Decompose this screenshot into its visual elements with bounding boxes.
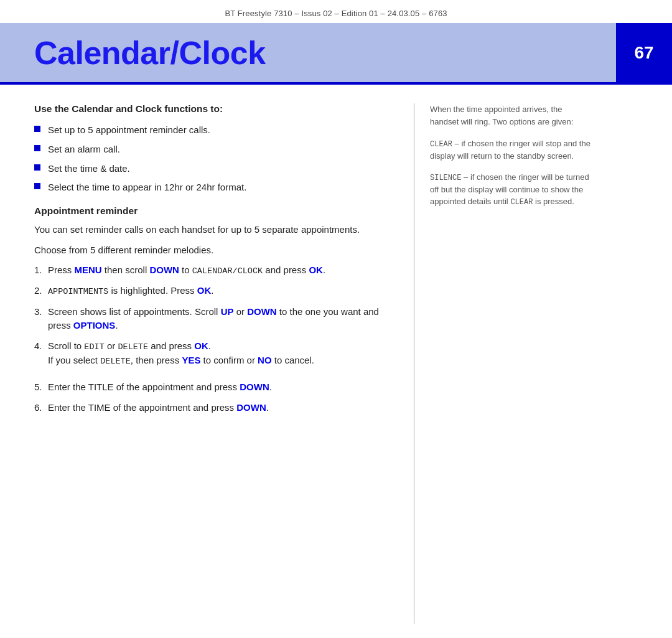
step-2: 2. APPOINTMENTS is highlighted. Press OK…: [34, 284, 392, 298]
right-column: When the time appointed arrives, the han…: [418, 103, 610, 624]
clear-section: CLEAR – if chosen the ringer will stop a…: [430, 138, 592, 162]
bullet-square-4: [34, 183, 40, 189]
appt-heading: Appointment reminder: [34, 205, 392, 217]
right-intro: When the time appointed arrives, the han…: [430, 103, 592, 128]
step-1: 1. Press MENU then scroll DOWN to CALEND…: [34, 263, 392, 278]
main-content: Use the Calendar and Clock functions to:…: [0, 85, 672, 636]
step-1-num: 1.: [34, 263, 48, 278]
step-5-num: 5.: [34, 380, 48, 395]
step-1-text: Press MENU then scroll DOWN to CALENDAR/…: [48, 263, 392, 278]
bullet-text-2: Set an alarm call.: [48, 143, 120, 156]
bullet-item-1: Set up to 5 appointment reminder calls.: [34, 123, 392, 137]
page-meta: BT Freestyle 7310 – Issus 02 – Edition 0…: [0, 0, 672, 23]
column-divider: [414, 103, 414, 624]
para-1: You can set reminder calls on each hands…: [34, 223, 392, 237]
intro-heading: Use the Calendar and Clock functions to:: [34, 103, 392, 115]
step-6-num: 6.: [34, 401, 48, 415]
page-number-box: 67: [616, 23, 672, 82]
bullet-text-1: Set up to 5 appointment reminder calls.: [48, 123, 210, 137]
step-6-text: Enter the TIME of the appointment and pr…: [48, 401, 392, 415]
bullet-list: Set up to 5 appointment reminder calls. …: [34, 123, 392, 194]
step-4-text: Scroll to EDIT or DELETE and press OK.: [48, 339, 392, 354]
bullet-square-1: [34, 126, 40, 132]
bullet-square-3: [34, 164, 40, 171]
page-number: 67: [634, 43, 653, 63]
left-column: Use the Calendar and Clock functions to:…: [0, 103, 411, 624]
meta-text: BT Freestyle 7310 – Issus 02 – Edition 0…: [225, 9, 447, 18]
header-bar: Calendar/Clock 67: [0, 23, 672, 82]
step-4: 4. Scroll to EDIT or DELETE and press OK…: [34, 339, 392, 375]
step-6: 6. Enter the TIME of the appointment and…: [34, 401, 392, 415]
step-3: 3. Screen shows list of appointments. Sc…: [34, 305, 392, 333]
step-3-num: 3.: [34, 305, 48, 319]
bullet-item-3: Set the time & date.: [34, 162, 392, 176]
step-5-text: Enter the TITLE of the appointment and p…: [48, 380, 392, 395]
step-3-text: Screen shows list of appointments. Scrol…: [48, 305, 392, 333]
bullet-text-4: Select the time to appear in 12hr or 24h…: [48, 181, 246, 194]
step-2-num: 2.: [34, 284, 48, 298]
numbered-list: 1. Press MENU then scroll DOWN to CALEND…: [34, 263, 392, 415]
header-title-area: Calendar/Clock: [0, 23, 616, 82]
step-4-num: 4.: [34, 339, 48, 354]
bullet-item-4: Select the time to appear in 12hr or 24h…: [34, 181, 392, 194]
bullet-text-3: Set the time & date.: [48, 162, 130, 176]
bullet-square-2: [34, 145, 40, 151]
bullet-item-2: Set an alarm call.: [34, 143, 392, 156]
step-2-text: APPOINTMENTS is highlighted. Press OK.: [48, 284, 392, 298]
step-5: 5. Enter the TITLE of the appointment an…: [34, 380, 392, 395]
silence-text: SILENCE – if chosen the ringer will be t…: [430, 171, 592, 209]
silence-section: SILENCE – if chosen the ringer will be t…: [430, 171, 592, 209]
page-title: Calendar/Clock: [34, 34, 266, 72]
step-4-subpara: If you select DELETE, then press YES to …: [48, 354, 314, 368]
para-2: Choose from 5 different reminder melodie…: [34, 243, 392, 258]
clear-text: CLEAR – if chosen the ringer will stop a…: [430, 138, 592, 162]
